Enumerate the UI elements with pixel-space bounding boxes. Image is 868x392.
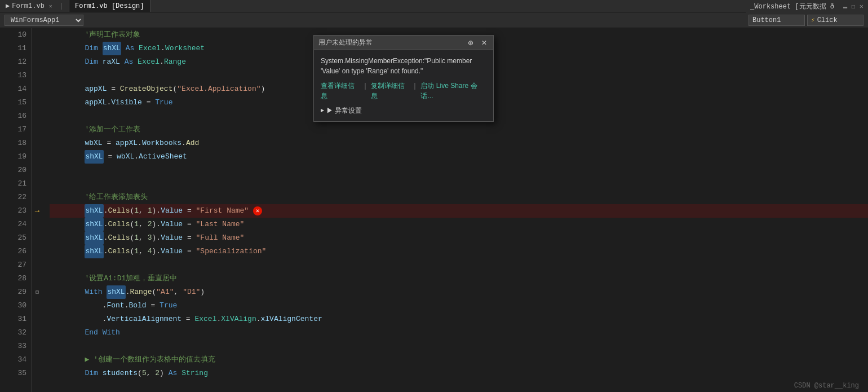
gutter-28 (32, 272, 43, 285)
link-copy[interactable]: 复制详细信息 (371, 81, 410, 101)
line-num-29: 29 (0, 285, 26, 299)
code-line-23: shXL.Cells(1, 1).Value = "First Name" ✕ (50, 204, 868, 218)
line-num-13: 13 (0, 69, 26, 82)
gutter-10 (32, 28, 43, 42)
line-num-18: 18 (0, 136, 26, 150)
editor: 10 11 12 13 14 15 16 17 18 19 20 21 22 2… (0, 28, 868, 392)
window-controls: ▬ ☐ ✕ (843, 2, 863, 11)
gutter-23: → (32, 204, 43, 218)
code-line-29: With shXL.Range("A1", "D1") (50, 285, 868, 299)
tab-label: Form1.vb (12, 2, 45, 10)
arrow-marker: → (35, 206, 39, 215)
gutter-22 (32, 191, 43, 204)
line-num-16: 16 (0, 109, 26, 123)
tab-form1design[interactable]: Form1.vb [Design] (69, 0, 150, 12)
csdn-watermark: CSDN @star__king (794, 382, 859, 390)
line-num-11: 11 (0, 42, 26, 55)
error-dialog-titlebar: 用户未处理的异常 ⊕ ✕ (314, 36, 493, 50)
code-line-24: shXL.Cells(1, 2).Value = "Last Name" (50, 218, 868, 231)
tab-close[interactable]: ✕ (49, 3, 52, 10)
link-details[interactable]: 查看详细信息 (321, 81, 360, 101)
event-dropdown[interactable]: ⚡ Click (807, 15, 863, 26)
gutter-35 (32, 367, 43, 380)
gutter-11 (32, 42, 43, 55)
line-num-27: 27 (0, 258, 26, 272)
code-line-28: '设置A1:D1加粗，垂直居中 (50, 272, 868, 285)
exception-type-label: System.MissingMemberException: (321, 57, 424, 65)
gutter-13 (32, 69, 43, 82)
error-dialog-title-text: 用户未处理的异常 (318, 38, 462, 47)
gutter-32 (32, 326, 43, 340)
error-exception-type: System.MissingMemberException:"Public me… (321, 56, 486, 76)
code-line-17: '添加一个工作表 (50, 123, 868, 136)
error-dialog-body: System.MissingMemberException:"Public me… (314, 50, 493, 121)
line-num-10: 10 (0, 28, 26, 42)
code-line-34: ▶ '创建一个数组作为表格中的值去填充 (50, 353, 868, 367)
title-bar-right: _Worksheet [元元数据 ð ▬ ☐ ✕ (746, 0, 868, 12)
code-line-30: .Font.Bold = True (50, 299, 868, 312)
code-line-31: .VerticalAlignment = Excel.XlVAlign.xlVA… (50, 312, 868, 326)
event-label: Click (817, 16, 838, 24)
error-dialog: 用户未处理的异常 ⊕ ✕ System.MissingMemberExcepti… (313, 35, 494, 122)
gutter-25 (32, 231, 43, 245)
toolbar-right: Button1 ⚡ Click (749, 15, 863, 26)
code-area[interactable]: '声明工作表对象 Dim shXL As Excel.Worksheet Dim… (43, 28, 868, 392)
line-num-17: 17 (0, 123, 26, 136)
line-num-28: 28 (0, 272, 26, 285)
line-num-14: 14 (0, 82, 26, 96)
link-liveshare[interactable]: 启动 Live Share 会话... (420, 81, 486, 101)
gutter-26 (32, 245, 43, 258)
gutter-14 (32, 82, 43, 96)
gutter-34 (32, 353, 43, 367)
gutter-12 (32, 55, 43, 69)
line-numbers: 10 11 12 13 14 15 16 17 18 19 20 21 22 2… (0, 28, 32, 392)
error-expand[interactable]: ▶ ▶ 异常设置 (321, 105, 486, 116)
code-line-20 (50, 164, 868, 177)
error-dialog-pin-button[interactable]: ⊕ (466, 39, 475, 47)
expand-icon[interactable]: ⊞ (36, 289, 39, 296)
line-num-32: 32 (0, 326, 26, 340)
line-num-25: 25 (0, 231, 26, 245)
button-dropdown[interactable]: Button1 (749, 15, 805, 26)
line-num-19: 19 (0, 150, 26, 164)
line-num-22: 22 (0, 191, 26, 204)
line-num-24: 24 (0, 218, 26, 231)
toolbar: WinFormsApp1 Button1 ⚡ Click (0, 12, 868, 28)
line-num-23: 23 (0, 204, 26, 218)
gutter-17 (32, 123, 43, 136)
project-dropdown[interactable]: WinFormsApp1 (5, 15, 83, 26)
line-num-31: 31 (0, 312, 26, 326)
toolbar-left: WinFormsApp1 (5, 15, 749, 26)
line-num-34: 34 (0, 353, 26, 367)
sep2: ｜ (411, 81, 418, 101)
button-label: Button1 (752, 16, 781, 24)
gutter: → ⊞ (32, 28, 43, 392)
expand-triangle: ▶ (321, 107, 324, 114)
gutter-30 (32, 299, 43, 312)
gutter-21 (32, 177, 43, 191)
error-dialog-close-button[interactable]: ✕ (480, 39, 489, 47)
gutter-29: ⊞ (32, 285, 43, 299)
gutter-31 (32, 312, 43, 326)
tab-icon: ▶ (6, 2, 10, 10)
tab-separator: | (59, 2, 63, 10)
gutter-15 (32, 96, 43, 109)
line-num-30: 30 (0, 299, 26, 312)
sep1: ｜ (362, 81, 369, 101)
line-num-26: 26 (0, 245, 26, 258)
code-line-33 (50, 340, 868, 353)
top-bar: ▶ Form1.vb ✕ | Form1.vb [Design] _Worksh… (0, 0, 868, 12)
gutter-18 (32, 136, 43, 150)
lightning-icon: ⚡ (811, 16, 815, 24)
gutter-33 (32, 340, 43, 353)
gutter-16 (32, 109, 43, 123)
code-line-22: '给工作表添加表头 (50, 191, 868, 204)
error-icon-23: ✕ (253, 206, 262, 215)
tab-form1vb[interactable]: ▶ Form1.vb ✕ | (0, 0, 69, 12)
gutter-27 (32, 258, 43, 272)
gutter-19 (32, 150, 43, 164)
line-num-12: 12 (0, 55, 26, 69)
tab-label-design: Form1.vb [Design] (75, 2, 144, 10)
line-num-35: 35 (0, 367, 26, 380)
code-line-18: wbXL = appXL.Workbooks.Add (50, 136, 868, 150)
